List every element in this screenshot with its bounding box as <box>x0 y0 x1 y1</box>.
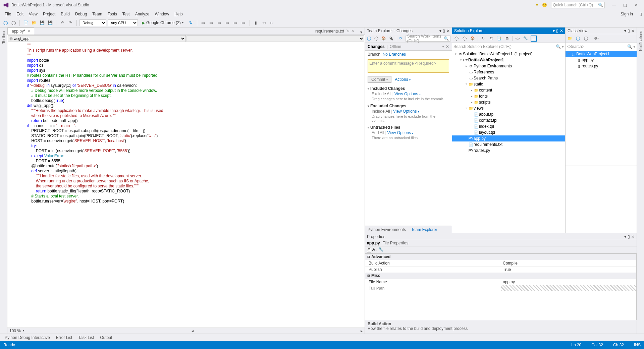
account-icon[interactable]: ▯ <box>640 12 642 16</box>
te-section-header[interactable]: ▿ Included Changes <box>368 86 449 91</box>
cv-back-button[interactable]: ◯ <box>575 36 581 42</box>
menu-window[interactable]: Window <box>152 11 172 17</box>
hscroll-right[interactable]: ▸ <box>361 329 363 333</box>
props-alpha-button[interactable]: A↓ <box>372 247 377 252</box>
props-cat-advanced[interactable]: ⊟ Advanced <box>365 254 636 260</box>
notification-icon[interactable]: ▾ <box>536 3 538 7</box>
tree-item-routes-py[interactable]: {}routes.py <box>566 63 637 69</box>
tree-item-index-tpl[interactable]: 📄index.tpl <box>452 123 565 129</box>
save-button[interactable]: 💾 <box>39 19 45 26</box>
view-options-link[interactable]: View Options ▾ <box>394 92 421 96</box>
te-tab-team-explorer[interactable]: Team Explorer <box>409 226 440 233</box>
cv-search-input[interactable]: <Search> 🔍 ▾ <box>566 43 637 50</box>
props-cat-misc[interactable]: ⊟ Misc <box>365 273 636 279</box>
tool-btn-1[interactable]: ▭ <box>200 19 207 26</box>
cv-settings-button[interactable]: ⚙ ▾ <box>593 36 599 42</box>
props-row-publish[interactable]: PublishTrue <box>365 266 636 273</box>
tree-item-references[interactable]: ▭References <box>452 69 565 75</box>
tool-btn-6[interactable]: ▭ <box>240 19 247 26</box>
props-pin-icon[interactable]: ▯ <box>628 234 630 239</box>
te-home-button[interactable]: 🏠 <box>381 36 386 42</box>
redo-button[interactable]: ↷ <box>67 19 74 26</box>
close-icon[interactable]: ✕ <box>351 29 354 33</box>
tree-item-contact-tpl[interactable]: 📄contact.tpl <box>452 117 565 123</box>
zoom-level[interactable]: 100 % <box>9 329 21 333</box>
quick-launch-input[interactable]: Quick Launch (Ctrl+Q) 🔍 <box>551 2 605 8</box>
se-view-button[interactable]: — <box>531 36 537 42</box>
maximize-button[interactable]: ▢ <box>620 3 630 7</box>
menu-debug[interactable]: Debug <box>72 11 90 17</box>
te-back-button[interactable]: ◯ <box>366 36 372 42</box>
start-button[interactable]: ▶ Google Chrome (2) ▾ <box>139 20 186 25</box>
actions-link[interactable]: Actions ▾ <box>395 77 411 82</box>
props-close-icon[interactable]: ✕ <box>631 234 635 239</box>
browser-refresh-button[interactable]: ↻ <box>187 19 194 26</box>
menu-help[interactable]: Help <box>172 11 185 17</box>
undo-button[interactable]: ↶ <box>59 19 66 26</box>
tree-item-content[interactable]: ▸📁content <box>452 87 565 93</box>
menu-file[interactable]: File <box>2 11 14 17</box>
doc-tab-requirements-txt[interactable]: requirements.txt ⇲ ✕ <box>311 27 358 35</box>
save-all-button[interactable]: 💾 <box>47 19 53 26</box>
te-section-header[interactable]: ▿ Excluded Changes <box>368 104 449 108</box>
tool-btn-8[interactable]: ↤ <box>261 19 267 26</box>
commit-message-input[interactable]: Enter a commit message <Required> <box>368 59 449 73</box>
tool-btn-5[interactable]: ▭ <box>232 19 239 26</box>
class-view-tree[interactable]: ▿⬚BottleWebProject1{}app.py{}routes.py <box>566 50 637 119</box>
se-back-button[interactable]: ◯ <box>453 36 460 42</box>
props-row-file-name[interactable]: File Nameapp.py <box>365 279 636 285</box>
menu-build[interactable]: Build <box>58 11 72 17</box>
nav-scope-combo[interactable]: ◎ wsgi_app <box>8 35 186 42</box>
menu-project[interactable]: Project <box>40 11 58 17</box>
menu-view[interactable]: View <box>26 11 40 17</box>
menu-team[interactable]: Team <box>90 11 105 17</box>
te-forward-button[interactable]: ◯ <box>374 36 379 42</box>
commit-button[interactable]: Commit▾ <box>368 76 391 83</box>
se-showall-button[interactable]: 📑 <box>496 36 502 42</box>
se-close-icon[interactable]: ✕ <box>560 28 563 33</box>
sign-in-link[interactable]: Sign in <box>621 12 636 16</box>
te-title-close[interactable]: ✕ <box>446 44 449 49</box>
tree-item-bottlewebproject1[interactable]: ▿⬚BottleWebProject1 <box>566 51 637 57</box>
tabs-overflow-button[interactable]: ▾ <box>358 30 365 35</box>
se-sync-button[interactable]: ↻ <box>480 36 486 42</box>
se-search-input[interactable]: Search Solution Explorer (Ctrl+;) 🔍 ▾ <box>452 43 565 50</box>
platform-combo[interactable]: Any CPU <box>108 19 138 26</box>
new-project-button[interactable]: 📄 <box>22 19 29 26</box>
open-button[interactable]: 📂 <box>31 19 37 26</box>
close-icon[interactable]: ✕ <box>28 29 31 33</box>
hscroll-left[interactable]: ◂ <box>192 329 194 333</box>
te-branch-link[interactable]: No Branches <box>383 52 406 57</box>
tree-item-static[interactable]: ▿📁static <box>452 81 565 87</box>
bottom-tab-output[interactable]: Output <box>97 335 115 341</box>
se-copy-button[interactable]: ⧉ <box>504 36 510 42</box>
tree-item-solution-bottlewebproject1-1-project-[interactable]: ▿⧉Solution 'BottleWebProject1' (1 projec… <box>452 51 565 57</box>
tool-btn-7[interactable]: ▮ <box>253 19 259 26</box>
zoom-dropdown[interactable]: ▾ <box>23 329 24 332</box>
code-editor[interactable]: """This script runs the application usin… <box>7 42 365 328</box>
te-tab-python-environments[interactable]: Python Environments <box>365 226 409 233</box>
cv-pin-icon[interactable]: ▯ <box>628 28 630 33</box>
tree-item-bottlewebproject1[interactable]: ▿PYBottleWebProject1 <box>452 57 565 63</box>
tree-item-views[interactable]: ▿📁views <box>452 105 565 111</box>
view-options-link[interactable]: View Options ▾ <box>393 109 419 114</box>
te-refresh-button[interactable]: ↻ <box>398 36 404 42</box>
tool-btn-9[interactable]: ↦ <box>269 19 275 26</box>
te-connect-button[interactable]: 🔌 <box>388 36 394 42</box>
tree-item-routes-py[interactable]: PYroutes.py <box>452 148 565 154</box>
tree-item-requirements-txt[interactable]: 📄requirements.txt <box>452 141 565 148</box>
pin-icon[interactable]: ⇲ <box>346 29 349 33</box>
se-code-button[interactable]: <> <box>515 36 521 42</box>
forward-button[interactable]: ◯ <box>10 19 17 26</box>
se-collapse-button[interactable]: ⇆ <box>488 36 494 42</box>
view-options-link[interactable]: View Options ▾ <box>387 130 414 135</box>
te-section-header[interactable]: ▿ Untracked Files <box>368 125 449 130</box>
props-dropdown-icon[interactable]: ▾ <box>624 234 626 239</box>
tree-item-scripts[interactable]: ▸📁scripts <box>452 99 565 105</box>
tree-item-app-py[interactable]: PYapp.py <box>452 135 565 141</box>
tree-item-about-tpl[interactable]: 📄about.tpl <box>452 111 565 117</box>
te-pin-icon[interactable]: ▯ <box>443 28 445 33</box>
cv-dropdown-icon[interactable]: ▾ <box>624 28 626 33</box>
properties-grid[interactable]: ⊟ AdvancedBuild ActionCompilePublishTrue… <box>365 253 637 320</box>
se-home-button[interactable]: 🏠 <box>470 36 476 42</box>
